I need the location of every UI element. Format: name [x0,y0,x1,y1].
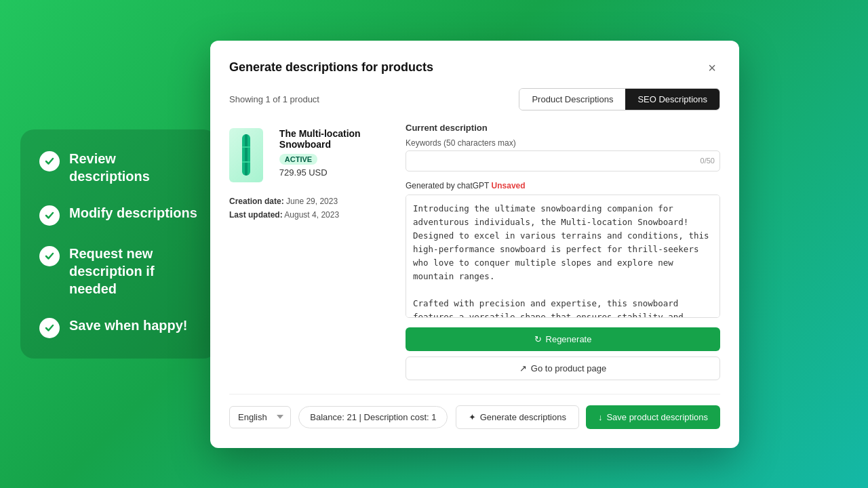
unsaved-label: Unsaved [492,181,526,190]
product-status-badge: ACTIVE [279,154,317,165]
regenerate-icon: ↻ [534,334,542,344]
close-button[interactable]: × [704,60,720,76]
modal-header: Generate descriptions for products × [229,60,720,76]
svg-rect-3 [242,161,250,163]
keywords-label: Keywords (50 characters max) [406,138,720,148]
current-description-label: Current description [406,123,720,133]
save-icon: ↓ [598,412,603,422]
tab-group: Product Descriptions SEO Descriptions [519,88,720,110]
generated-label: Generated by chatGPT Unsaved [406,181,720,190]
left-panel: Review descriptions Modify descriptions … [20,129,217,359]
keywords-input-wrap: 0/50 [406,150,720,171]
check-item-review: Review descriptions [39,150,198,185]
check-icon-request [39,246,60,266]
product-image [229,128,263,182]
content-area: The Multi-location Snowboard ACTIVE 729.… [229,123,720,380]
external-link-icon: ↗ [519,363,527,373]
language-select[interactable]: English French Spanish German [229,406,291,428]
generate-descriptions-button[interactable]: ✦ Generate descriptions [456,405,579,429]
product-name: The Multi-location Snowboard [279,128,392,150]
top-bar: Showing 1 of 1 product Product Descripti… [229,88,720,110]
description-textarea[interactable] [406,195,720,318]
balance-badge: Balance: 21 | Description cost: 1 [298,406,448,428]
product-meta: Creation date: June 29, 2023 Last update… [229,195,392,222]
keywords-input[interactable] [406,150,720,171]
svg-rect-1 [245,134,248,176]
product-price: 729.95 USD [279,167,392,178]
check-icon-review [39,151,60,171]
check-text-review: Review descriptions [69,150,198,185]
check-text-request: Request new description if needed [69,245,198,298]
footer-actions: ✦ Generate descriptions ↓ Save product d… [456,405,720,429]
modal-title: Generate descriptions for products [229,60,433,75]
product-card: The Multi-location Snowboard ACTIVE 729.… [229,123,392,380]
goto-product-button[interactable]: ↗ Go to product page [406,357,720,380]
showing-text: Showing 1 of 1 product [229,94,319,104]
regenerate-button[interactable]: ↻ Regenerate [406,327,720,351]
check-item-save: Save when happy! [39,317,198,338]
check-text-save: Save when happy! [69,317,188,334]
check-item-request: Request new description if needed [39,245,198,298]
generate-icon: ✦ [469,412,476,422]
right-panel: Current description Keywords (50 charact… [406,123,720,380]
char-count: 0/50 [701,157,715,165]
creation-date: June 29, 2023 [286,197,338,206]
modal: Generate descriptions for products × Sho… [210,41,739,448]
updated-date: August 4, 2023 [284,210,339,220]
check-icon-modify [39,205,60,226]
check-text-modify: Modify descriptions [69,204,197,222]
save-product-descriptions-button[interactable]: ↓ Save product descriptions [586,405,720,429]
product-info: The Multi-location Snowboard ACTIVE 729.… [279,128,392,183]
creation-label: Creation date: [229,197,284,206]
tab-product-descriptions[interactable]: Product Descriptions [519,89,625,110]
updated-label: Last updated: [229,210,283,220]
check-item-modify: Modify descriptions [39,204,198,226]
check-icon-save [39,318,60,338]
tab-seo-descriptions[interactable]: SEO Descriptions [625,89,719,110]
svg-rect-2 [242,146,250,148]
modal-footer: English French Spanish German Balance: 2… [229,394,720,429]
